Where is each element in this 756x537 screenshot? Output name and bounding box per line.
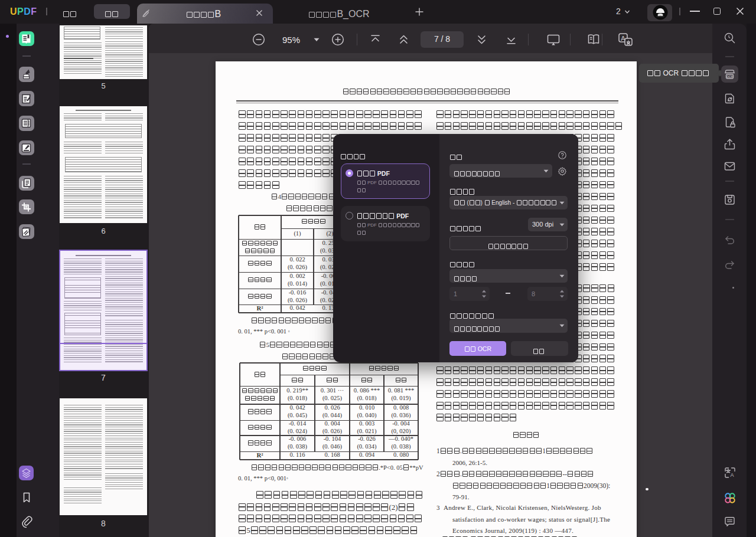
svg-text:A: A [730,472,734,478]
svg-text:OCR: OCR [726,75,733,78]
